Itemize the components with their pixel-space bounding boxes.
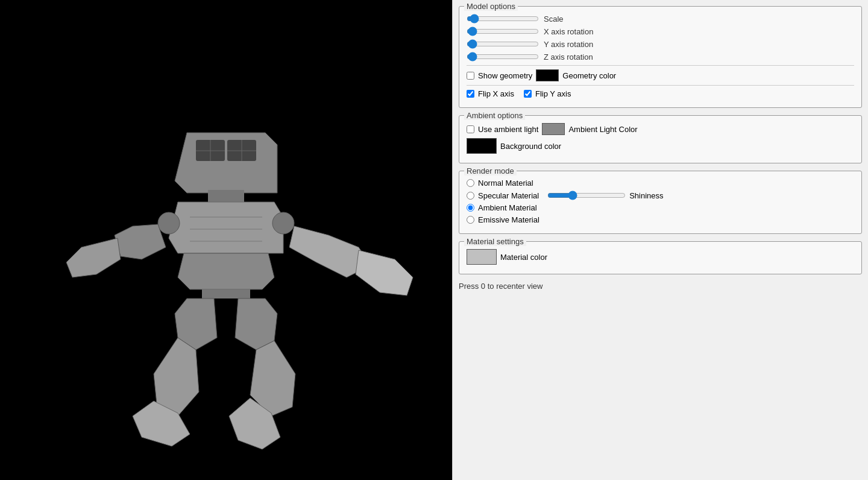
svg-rect-8 [208, 190, 244, 202]
model-options-legend: Model options [464, 2, 518, 11]
scale-row: Scale [467, 14, 854, 24]
use-ambient-label[interactable]: Use ambient light [478, 125, 538, 134]
use-ambient-row: Use ambient light Ambient Light Color [467, 123, 854, 135]
z-rotation-slider[interactable] [467, 52, 539, 62]
ambient-material-label[interactable]: Ambient Material [478, 203, 537, 212]
show-geometry-row: Show geometry Geometry color [467, 69, 854, 81]
show-geometry-checkbox[interactable] [467, 72, 474, 80]
y-rotation-label: Y axis rotation [544, 40, 593, 49]
scale-label: Scale [544, 14, 564, 24]
flip-axes-row: Flip X axis Flip Y axis [467, 89, 854, 98]
3d-viewport[interactable] [0, 0, 452, 480]
geometry-color-swatch[interactable] [536, 69, 559, 81]
x-rotation-slider[interactable] [467, 27, 539, 36]
z-rotation-row: Z axis rotation [467, 52, 854, 62]
z-rotation-label: Z axis rotation [544, 52, 593, 62]
material-color-row: Material color [467, 249, 854, 265]
flip-y-checkbox[interactable] [524, 90, 532, 98]
specular-material-radio[interactable] [467, 192, 474, 200]
specular-material-label[interactable]: Specular Material [478, 191, 539, 200]
svg-rect-17 [202, 289, 250, 298]
render-mode-section: Render mode Normal Material Specular Mat… [459, 171, 862, 234]
use-ambient-checkbox[interactable] [467, 125, 474, 133]
show-geometry-label[interactable]: Show geometry [478, 71, 532, 80]
ambient-material-row: Ambient Material [467, 203, 854, 212]
background-color-label: Background color [500, 142, 561, 151]
normal-material-row: Normal Material [467, 178, 854, 188]
ambient-options-legend: Ambient options [464, 111, 525, 120]
material-settings-section: Material settings Material color [459, 241, 862, 274]
ambient-options-section: Ambient options Use ambient light Ambien… [459, 115, 862, 163]
ambient-light-color-swatch[interactable] [542, 123, 565, 135]
ambient-material-radio[interactable] [467, 204, 474, 212]
x-rotation-row: X axis rotation [467, 27, 854, 36]
svg-point-10 [158, 212, 180, 234]
background-color-swatch[interactable] [467, 138, 497, 154]
geometry-color-label: Geometry color [562, 71, 616, 80]
scale-slider[interactable] [467, 14, 539, 24]
emissive-material-radio[interactable] [467, 216, 474, 224]
svg-marker-9 [169, 202, 283, 253]
emissive-material-row: Emissive Material [467, 215, 854, 224]
ambient-light-color-label: Ambient Light Color [568, 125, 637, 134]
specular-material-row: Specular Material Shininess [467, 191, 854, 200]
material-settings-legend: Material settings [464, 237, 526, 246]
controls-panel: Model options Scale X axis rotation Y ax… [452, 0, 868, 480]
material-color-label: Material color [500, 253, 547, 262]
normal-material-label[interactable]: Normal Material [478, 178, 533, 188]
flip-x-label[interactable]: Flip X axis [478, 89, 514, 98]
model-options-section: Model options Scale X axis rotation Y ax… [459, 6, 862, 108]
hint-text: Press 0 to recenter view [459, 282, 862, 291]
y-rotation-row: Y axis rotation [467, 39, 854, 49]
svg-marker-16 [178, 253, 274, 289]
emissive-material-label[interactable]: Emissive Material [478, 215, 539, 224]
normal-material-radio[interactable] [467, 179, 474, 187]
svg-marker-1 [175, 133, 277, 193]
material-color-swatch[interactable] [467, 249, 497, 265]
svg-point-11 [272, 212, 294, 234]
y-rotation-slider[interactable] [467, 39, 539, 49]
flip-y-label[interactable]: Flip Y axis [535, 89, 571, 98]
shininess-slider[interactable] [547, 191, 626, 200]
x-rotation-label: X axis rotation [544, 27, 593, 36]
shininess-label: Shininess [629, 191, 663, 200]
flip-x-checkbox[interactable] [467, 90, 474, 98]
render-mode-legend: Render mode [464, 166, 517, 175]
background-color-row: Background color [467, 138, 854, 154]
